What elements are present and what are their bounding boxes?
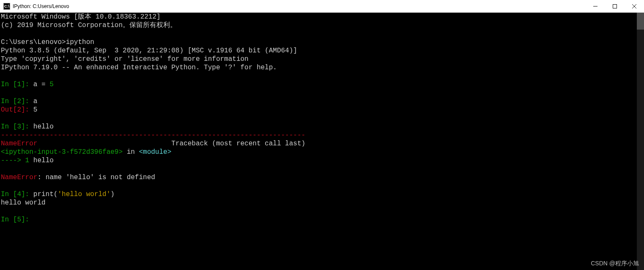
traceback-label: Traceback (most recent call last) — [37, 140, 305, 147]
in4-string: 'hello world' — [58, 191, 110, 198]
in-word: in — [123, 148, 139, 156]
copyright-line: (c) 2019 Microsoft Corporation。保留所有权利。 — [1, 22, 177, 29]
svg-rect-0 — [613, 4, 617, 8]
traceback-rule: ----------------------------------------… — [1, 131, 305, 139]
final-error-msg: : name 'hello' is not defined — [37, 174, 155, 181]
window-title: IPython: C:Users/Lenovo — [13, 3, 69, 9]
in4-output: hello world — [1, 199, 46, 207]
in4-func: print — [33, 191, 54, 198]
python-banner-1: Python 3.8.5 (default, Sep 3 2020, 21:29… — [1, 47, 297, 55]
close-icon — [632, 4, 636, 8]
frame-ref: <ipython-input-3-f572d396fae9> — [1, 148, 123, 156]
shell-command: ipython — [66, 38, 94, 46]
traceback-arrow: ----> 1 — [1, 157, 29, 164]
window-titlebar: C:\ IPython: C:Users/Lenovo — [0, 0, 644, 13]
final-error-name: NameError — [1, 174, 37, 181]
client-area: Microsoft Windows [版本 10.0.18363.2212] (… — [0, 13, 644, 270]
in-prompt-2: In [2]: — [1, 98, 33, 105]
minimize-icon — [593, 4, 597, 8]
close-button[interactable] — [625, 0, 644, 13]
module-ref: <module> — [139, 148, 171, 156]
vertical-scrollbar[interactable] — [637, 13, 644, 270]
error-name: NameError — [1, 140, 37, 147]
in-prompt-5: In [5]: — [1, 216, 33, 224]
in4-paren-close: ) — [110, 191, 115, 198]
in1-code-val: 5 — [49, 81, 54, 88]
maximize-button[interactable] — [605, 0, 625, 13]
in2-code: a — [33, 98, 38, 105]
minimize-button[interactable] — [586, 0, 605, 13]
out-prompt-2: Out[2]: — [1, 106, 33, 114]
python-banner-2: Type 'copyright', 'credits' or 'license'… — [1, 55, 249, 63]
python-banner-3: IPython 7.19.0 -- An enhanced Interactiv… — [1, 64, 277, 71]
in4-paren-open: ( — [54, 191, 58, 198]
in1-code-eq: = — [41, 81, 49, 88]
shell-prompt: C:\Users\Lenovo> — [1, 38, 66, 46]
maximize-icon — [613, 4, 617, 8]
in-prompt-3: In [3]: — [1, 123, 33, 131]
app-icon: C:\ — [3, 3, 10, 10]
in-prompt-4: In [4]: — [1, 191, 33, 198]
scrollbar-thumb[interactable] — [637, 13, 644, 30]
in1-code-a: a — [33, 81, 41, 88]
os-version-line: Microsoft Windows [版本 10.0.18363.2212] — [1, 13, 161, 21]
traceback-arrow-code: hello — [29, 157, 54, 164]
in3-code: hello — [33, 123, 54, 131]
out2-value: 5 — [33, 106, 38, 114]
in-prompt-1: In [1]: — [1, 81, 33, 88]
terminal-output[interactable]: Microsoft Windows [版本 10.0.18363.2212] (… — [0, 13, 637, 270]
